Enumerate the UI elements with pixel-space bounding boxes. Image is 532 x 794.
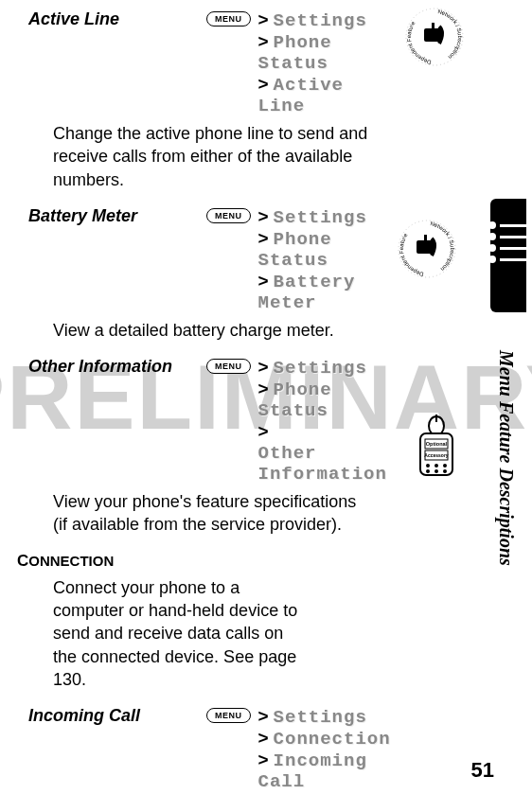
path-segment: Other Information <box>258 443 387 485</box>
page-number: 51 <box>471 758 494 783</box>
menu-key-icon: MENU <box>206 208 251 223</box>
section-side-label: Menu Feature Descriptions <box>495 350 517 566</box>
thumb-index-tab <box>481 199 526 350</box>
entry-title: Other Information <box>28 357 199 377</box>
entry-incoming-call: Incoming Call MENU >Settings >Connection… <box>17 706 399 794</box>
section-description: Connect your phone to a computer or hand… <box>53 576 305 691</box>
path-segment: Connection <box>274 729 391 750</box>
entry-title: Battery Meter <box>28 206 199 226</box>
path-segment: Settings <box>274 207 367 228</box>
path-segment: Incoming Call <box>258 750 367 792</box>
menu-path: >Settings >Phone Status >Battery Meter <box>258 206 400 313</box>
menu-path: >Settings >Phone Status >Other Informati… <box>258 357 400 485</box>
menu-key-icon: MENU <box>206 11 251 26</box>
path-segment: Settings <box>274 10 367 31</box>
path-segment: Settings <box>274 358 367 379</box>
section-heading-connection: CONNECTION <box>17 552 399 571</box>
menu-path: >Settings >Phone Status >Active Line <box>258 9 400 116</box>
entry-title: Active Line <box>28 9 199 29</box>
path-segment: Battery Meter <box>258 272 356 313</box>
path-segment: Active Line <box>258 75 345 116</box>
entry-title: Incoming Call <box>28 706 199 726</box>
entry-description: View a detailed battery charge meter. <box>53 319 390 342</box>
path-segment: Settings <box>274 707 367 728</box>
menu-key-icon: MENU <box>206 359 251 374</box>
entry-battery-meter: Battery Meter MENU >Settings >Phone Stat… <box>17 206 399 342</box>
entry-active-line: Active Line MENU >Settings >Phone Status… <box>17 9 399 191</box>
entry-description: Change the active phone line to send and… <box>53 122 390 191</box>
entry-description: View your phone's feature specifications… <box>53 490 390 537</box>
entry-other-information: Other Information MENU >Settings >Phone … <box>17 357 399 537</box>
menu-key-icon: MENU <box>206 708 251 723</box>
menu-path: >Settings >Connection >Incoming Call <box>258 706 400 792</box>
